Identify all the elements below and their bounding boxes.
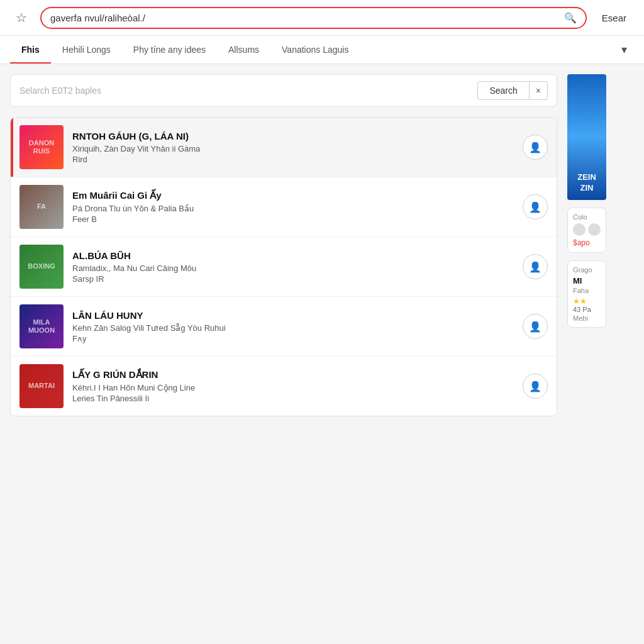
song-thumbnail: MILA MUOON <box>19 304 64 348</box>
song-item[interactable]: DANON RUIS RNTOH GÁUH (G, LÁA NI) Xiriqu… <box>11 118 557 177</box>
tab-vanations[interactable]: Vanations Laguis <box>270 36 360 64</box>
right-panel: ZEIN ZIN Colo $apo Grago MI Faha ★★ 43 P… <box>567 74 606 416</box>
song-artist: Leries Tin Pânessili Ii <box>72 394 514 403</box>
song-info: AL.BÚA BŨH Ramladix,, Ma Nu Cari Câing M… <box>72 250 514 284</box>
song-artist: Fʌy <box>72 334 514 343</box>
song-action-button[interactable]: 👤 <box>523 135 548 160</box>
song-item[interactable]: MILA MUOON LÂN LÁU HUNY Kehn Zân Salog V… <box>11 297 557 357</box>
song-title: Em Muârii Cai Gi Ấy <box>72 190 514 201</box>
song-item[interactable]: BOXING AL.BÚA BŨH Ramladix,, Ma Nu Cari … <box>11 237 557 297</box>
url-input[interactable] <box>50 13 564 23</box>
card1-label: Colo <box>573 213 601 221</box>
tab-phy-tine[interactable]: Phy tíne any idees <box>122 36 217 64</box>
esearch-button[interactable]: Esear <box>594 9 634 27</box>
left-panel: Selarch E0T2 baples Search × DANON RUIS … <box>10 74 557 416</box>
search-bar-placeholder: Selarch E0T2 baples <box>19 86 477 96</box>
user-icon: 👤 <box>529 321 541 333</box>
card2-stars: ★★ <box>573 297 601 306</box>
ad-text: ZEIN ZIN <box>567 172 606 194</box>
card1-icons <box>573 223 601 236</box>
song-list: DANON RUIS RNTOH GÁUH (G, LÁA NI) Xiriqu… <box>10 117 557 416</box>
song-action-button[interactable]: 👤 <box>523 374 548 399</box>
card2-brand: Mebi <box>573 314 601 322</box>
mini-icon-2 <box>588 223 601 236</box>
song-subtitle: Kehn Zân Salog Vili Tưred Sẵg Yòu Ruhui <box>72 323 514 333</box>
tab-hehili-longs[interactable]: Hehili Longs <box>51 36 122 64</box>
song-artist: Sarsp IR <box>72 274 514 284</box>
nav-tabs: Fhis Hehili Longs Phy tíne any idees All… <box>0 36 644 64</box>
url-bar[interactable]: 🔍 <box>40 7 587 29</box>
user-icon: 👤 <box>529 380 541 392</box>
song-action-button[interactable]: 👤 <box>523 254 548 279</box>
song-thumbnail: BOXING <box>19 245 64 289</box>
mini-icon-1 <box>573 223 586 236</box>
nav-dropdown-icon[interactable]: ▾ <box>614 40 634 60</box>
song-artist: Feer B <box>72 214 514 224</box>
song-subtitle: Pá Drona Tlu ùn Yõn & Palia Bầu <box>72 204 514 213</box>
song-thumbnail: DANON RUIS <box>19 125 64 169</box>
search-clear-button[interactable]: × <box>530 81 548 100</box>
song-title: LÂN LÁU HUNY <box>72 310 514 321</box>
song-subtitle: Ramladix,, Ma Nu Cari Câing Môu <box>72 264 514 273</box>
song-item[interactable]: FA Em Muârii Cai Gi Ấy Pá Drona Tlu ùn Y… <box>11 177 557 237</box>
song-artist: Rird <box>72 155 514 164</box>
top-bar: ☆ 🔍 Esear <box>0 0 644 36</box>
song-subtitle: Xiriquih, Zàn Day Viit Yhân ii Gáma <box>72 144 514 153</box>
song-subtitle: Kéhri.I I Han Hõn Muni Cộng Line <box>72 383 514 392</box>
song-item[interactable]: MARTAI LẤY G RIÚN DẮRIN Kéhri.I I Han Hõ… <box>11 357 557 416</box>
main-content: Selarch E0T2 baples Search × DANON RUIS … <box>0 64 644 426</box>
song-action-button[interactable]: 👤 <box>523 194 548 219</box>
song-info: LẤY G RIÚN DẮRIN Kéhri.I I Han Hõn Muni … <box>72 369 514 403</box>
search-button[interactable]: Search <box>477 81 529 100</box>
user-icon: 👤 <box>529 142 541 153</box>
card2-title: MI <box>573 276 601 286</box>
tab-fhis[interactable]: Fhis <box>10 36 51 64</box>
user-icon: 👤 <box>529 261 541 273</box>
card2-count: 43 Pa <box>573 306 601 313</box>
bookmark-icon[interactable]: ☆ <box>10 6 33 29</box>
song-action-button[interactable]: 👤 <box>523 314 548 339</box>
table-search-bar: Selarch E0T2 baples Search × <box>10 74 557 107</box>
song-thumbnail: MARTAI <box>19 364 64 408</box>
song-info: LÂN LÁU HUNY Kehn Zân Salog Vili Tưred S… <box>72 310 514 343</box>
song-title: AL.BÚA BŨH <box>72 250 514 261</box>
song-info: RNTOH GÁUH (G, LÁA NI) Xiriquih, Zàn Day… <box>72 131 514 164</box>
url-search-icon[interactable]: 🔍 <box>564 12 577 24</box>
song-thumbnail: FA <box>19 185 64 229</box>
song-title: RNTOH GÁUH (G, LÁA NI) <box>72 131 514 142</box>
right-card-1[interactable]: Colo $apo <box>567 208 606 253</box>
card1-price: $apo <box>573 238 601 247</box>
card2-subtitle: Grago <box>573 266 601 274</box>
tab-allsums[interactable]: Allsums <box>217 36 270 64</box>
card2-author: Faha <box>573 287 601 294</box>
song-info: Em Muârii Cai Gi Ấy Pá Drona Tlu ùn Yõn … <box>72 190 514 224</box>
user-icon: 👤 <box>529 201 541 213</box>
right-card-2[interactable]: Grago MI Faha ★★ 43 Pa Mebi <box>567 260 606 328</box>
right-ad-banner[interactable]: ZEIN ZIN <box>567 74 606 200</box>
song-title: LẤY G RIÚN DẮRIN <box>72 369 514 380</box>
